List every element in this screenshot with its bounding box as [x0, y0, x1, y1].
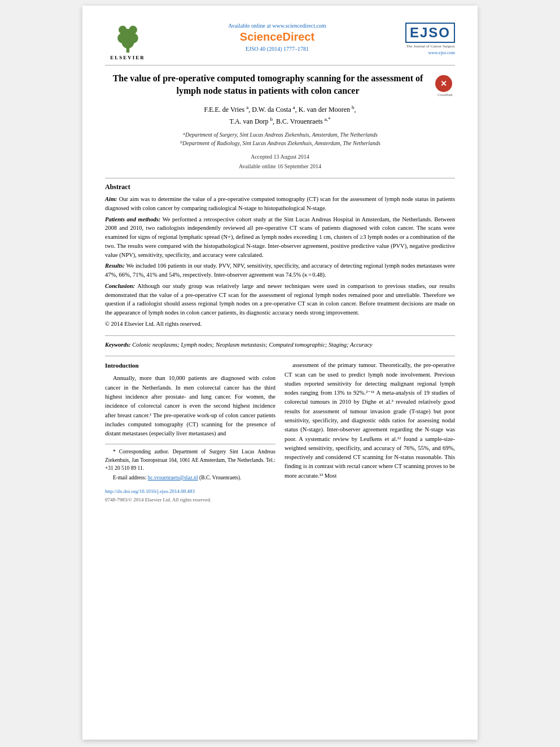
aim-text: Our aim was to determine the value of a … [105, 196, 455, 211]
abstract-divider-top [105, 178, 455, 178]
sciencedirect-url[interactable]: www.sciencedirect.com [272, 23, 326, 29]
right-para1: assessment of the primary tumour. Theore… [285, 361, 455, 480]
keywords-items: Colonic neoplasms; Lymph nodes; Neoplasm… [132, 342, 373, 348]
abstract-results: Results: We included 106 patients in our… [105, 261, 455, 279]
affiliation-b: ᵇ Department of Radiology, Sint Lucas An… [105, 139, 455, 147]
authors-line2: T.A. van Dorp b, B.C. Vrouenraets a,* [229, 117, 330, 125]
footnote-area: * Corresponding author. Department of Su… [105, 444, 275, 482]
aim-label: Aim: [105, 196, 117, 202]
body-columns: Introduction Annually, more than 10,000 … [105, 361, 455, 504]
author-email[interactable]: bc.vrouenraets@slaz.nl [148, 475, 198, 480]
crossmark-icon: ✕ [435, 75, 452, 92]
ejso-subtitle: The Journal of Cancer Surgery [404, 44, 455, 49]
intro-para1: Annually, more than 10,000 patients are … [105, 374, 275, 438]
left-column: Introduction Annually, more than 10,000 … [105, 361, 275, 504]
ejso-letters: EJSO [410, 25, 450, 41]
abstract-copyright: © 2014 Elsevier Ltd. All rights reserved… [105, 320, 455, 329]
available-online-text: Available online at www.sciencedirect.co… [150, 23, 404, 29]
center-header: Available online at www.sciencedirect.co… [150, 23, 404, 52]
conclusion-text: Although our study group was relatively … [105, 283, 455, 316]
article-title: The value of pre-operative computed tomo… [105, 72, 431, 98]
abstract-heading: Abstract [105, 183, 455, 191]
article-title-section: The value of pre-operative computed tomo… [105, 72, 455, 98]
elsevier-label: ELSEVIER [110, 55, 145, 60]
conclusion-label: Conclusion: [105, 283, 135, 289]
affiliations: ᵃ Department of Surgery, Sint Lucas Andr… [105, 130, 455, 147]
email-suffix: (B.C. Vrouenraets). [199, 475, 241, 480]
sciencedirect-title: ScienceDirect [150, 30, 404, 43]
available-date: Available online 16 September 2014 [105, 161, 455, 171]
bottom-links: http://dx.doi.org/10.1016/j.ejso.2014.08… [105, 487, 275, 504]
pm-label: Patients and methods: [105, 216, 160, 222]
svg-point-5 [119, 26, 127, 34]
introduction-heading: Introduction [105, 361, 275, 370]
affiliation-a: ᵃ Department of Surgery, Sint Lucas Andr… [105, 130, 455, 139]
keywords-section: Keywords: Colonic neoplasms; Lymph nodes… [105, 340, 455, 350]
footnote-email: E-mail address: bc.vrouenraets@slaz.nl (… [105, 474, 275, 482]
svg-point-6 [129, 26, 137, 34]
abstract-aim: Aim: Our aim was to determine the value … [105, 195, 455, 213]
authors-line1: F.E.E. de Vries a, D.W. da Costa a, K. v… [204, 106, 356, 113]
ejso-logo: EJSO The Journal of Cancer Surgery www.e… [404, 23, 455, 55]
right-column: assessment of the primary tumour. Theore… [285, 361, 455, 504]
results-text: We included 106 patients in our study. P… [105, 263, 455, 278]
abstract-pm: Patients and methods: We performed a ret… [105, 215, 455, 260]
email-label: E-mail address: [113, 475, 146, 480]
article-page: ELSEVIER Available online at www.science… [82, 6, 478, 740]
keywords-divider [105, 335, 455, 336]
doi-link[interactable]: http://dx.doi.org/10.1016/j.ejso.2014.08… [105, 487, 275, 495]
elsevier-logo: ELSEVIER [105, 23, 150, 60]
accepted-date: Accepted 13 August 2014 [105, 152, 455, 161]
journal-reference: EJSO 40 (2014) 1777–1781 [150, 46, 404, 52]
ejso-box: EJSO [405, 23, 455, 43]
crossmark-badge: ✕ CrossMark [435, 75, 455, 97]
results-label: Results: [105, 263, 125, 269]
abstract-conclusion: Conclusion: Although our study group was… [105, 282, 455, 317]
elsevier-tree-icon [112, 23, 143, 54]
authors: F.E.E. de Vries a, D.W. da Costa a, K. v… [105, 103, 455, 127]
dates: Accepted 13 August 2014 Available online… [105, 152, 455, 171]
keywords-label: Keywords: [105, 342, 131, 348]
page-header: ELSEVIER Available online at www.science… [105, 23, 455, 60]
issn-copyright: 0748-7983/© 2014 Elsevier Ltd. All right… [105, 496, 275, 504]
abstract-section: Abstract Aim: Our aim was to determine t… [105, 183, 455, 329]
ejso-www: www.ejso.com [404, 50, 455, 55]
header-divider [105, 65, 455, 65]
body-divider [105, 356, 455, 356]
abstract-text: Aim: Our aim was to determine the value … [105, 195, 455, 329]
crossmark-label: CrossMark [435, 93, 455, 97]
footnote-corresponding: * Corresponding author. Department of Su… [105, 448, 275, 472]
